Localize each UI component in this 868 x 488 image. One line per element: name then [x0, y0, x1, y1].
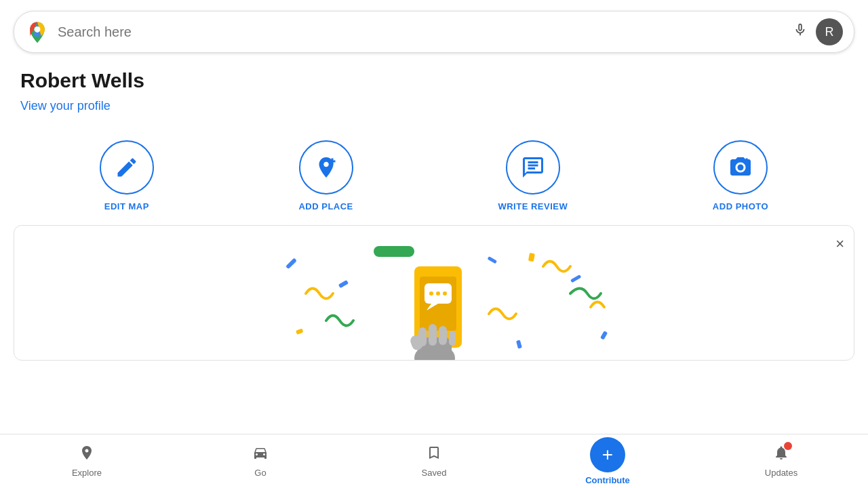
search-input[interactable] [58, 24, 786, 40]
add-photo-circle [713, 140, 768, 195]
add-photo-button[interactable]: ADD PHOTO [713, 140, 768, 211]
svg-rect-25 [449, 331, 456, 346]
write-review-button[interactable]: WRITE REVIEW [498, 140, 568, 211]
explore-label: Explore [72, 468, 102, 478]
svg-rect-11 [528, 253, 535, 262]
svg-rect-7 [516, 340, 522, 348]
mic-icon[interactable] [793, 22, 808, 41]
notification-badge [784, 442, 792, 450]
svg-point-16 [429, 291, 433, 296]
svg-rect-23 [429, 324, 437, 346]
nav-item-go[interactable]: Go [174, 445, 347, 478]
add-photo-label: ADD PHOTO [713, 201, 768, 211]
card-illustration: ★★★ [14, 226, 854, 361]
google-maps-logo [25, 20, 50, 44]
plus-icon: + [602, 445, 613, 464]
action-buttons: EDIT MAP ADD PLACE WRITE REVIEW [0, 127, 868, 225]
svg-rect-3 [285, 258, 297, 269]
view-profile-link[interactable]: View your profile [20, 99, 111, 113]
updates-icon [773, 445, 789, 465]
saved-label: Saved [422, 468, 447, 478]
saved-icon [426, 445, 442, 465]
svg-rect-10 [296, 329, 303, 335]
svg-rect-5 [570, 274, 581, 283]
nav-item-contribute[interactable]: + Contribute [521, 437, 694, 485]
profile-section: Robert Wells View your profile [0, 64, 868, 127]
go-icon [252, 445, 269, 465]
nav-item-updates[interactable]: Updates [694, 445, 868, 478]
edit-map-circle [100, 140, 154, 195]
svg-rect-9 [600, 331, 608, 340]
card: × [14, 225, 854, 361]
contribute-button[interactable]: + [590, 437, 625, 472]
explore-icon [79, 445, 95, 465]
contribute-label: Contribute [585, 475, 630, 485]
svg-point-1 [737, 165, 743, 171]
svg-point-18 [443, 291, 447, 296]
svg-point-0 [35, 26, 41, 33]
svg-rect-4 [488, 256, 498, 264]
nav-item-saved[interactable]: Saved [347, 445, 521, 478]
bell-with-badge [773, 445, 789, 465]
svg-rect-2 [374, 246, 414, 257]
go-label: Go [254, 468, 266, 478]
updates-label: Updates [765, 468, 797, 478]
close-icon[interactable]: × [835, 235, 844, 253]
search-bar: R [14, 11, 854, 53]
user-name: Robert Wells [20, 69, 848, 92]
add-place-button[interactable]: ADD PLACE [298, 140, 353, 211]
edit-map-label: EDIT MAP [104, 201, 149, 211]
svg-rect-24 [439, 326, 447, 345]
svg-rect-8 [338, 280, 349, 288]
write-review-label: WRITE REVIEW [498, 201, 568, 211]
write-review-circle [506, 140, 560, 195]
svg-point-17 [436, 291, 440, 296]
avatar[interactable]: R [816, 18, 843, 45]
add-place-label: ADD PLACE [298, 201, 353, 211]
nav-item-explore[interactable]: Explore [0, 445, 174, 478]
edit-map-button[interactable]: EDIT MAP [100, 140, 154, 211]
add-place-circle [299, 140, 353, 195]
bottom-nav: Explore Go Saved + Contribute [0, 434, 868, 488]
